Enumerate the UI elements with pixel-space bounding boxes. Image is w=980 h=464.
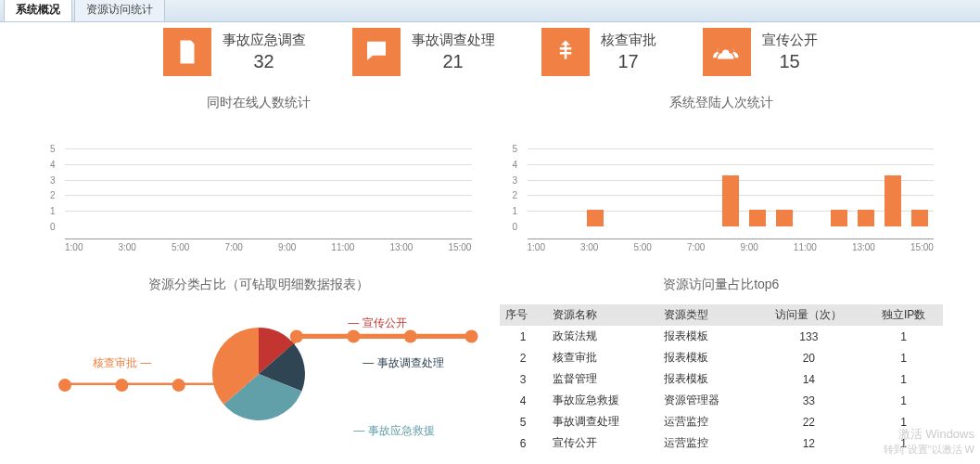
- col-name: 资源名称: [547, 304, 658, 326]
- chat-icon: [352, 28, 401, 76]
- cell-ips: 1: [864, 390, 943, 411]
- table-row[interactable]: 4事故应急救援资源管理器331: [500, 390, 944, 411]
- card-title: 事故调查处理: [412, 32, 495, 49]
- card-review-approval[interactable]: 核查审批 17: [541, 28, 656, 76]
- panel-login-count: 系统登陆人次统计 5 4 3 2 1 0: [500, 89, 944, 252]
- pie-label-handle: — 事故调查处理: [363, 355, 443, 371]
- pie-label-publicity: — 宣传公开: [348, 316, 406, 331]
- table-row[interactable]: 1政策法规报表模板1331: [500, 326, 944, 347]
- card-title: 事故应急调查: [223, 32, 306, 49]
- cell-visits: 33: [753, 390, 864, 411]
- cell-visits: 14: [753, 368, 864, 390]
- cell-name: 监督管理: [547, 368, 658, 390]
- cell-no: 4: [500, 390, 547, 411]
- cell-ips: 1: [864, 432, 943, 454]
- tab-system-overview[interactable]: 系统概况: [4, 0, 72, 21]
- cell-ips: 1: [864, 326, 943, 347]
- cell-type: 报表模板: [658, 326, 754, 347]
- cell-name: 核查审批: [547, 347, 658, 368]
- card-investigation-handle[interactable]: 事故调查处理 21: [352, 28, 495, 76]
- cell-ips: 1: [864, 347, 943, 368]
- card-publicity[interactable]: 宣传公开 15: [703, 28, 818, 76]
- table-row[interactable]: 5事故调查处理运营监控221: [500, 411, 944, 432]
- cell-visits: 22: [753, 411, 864, 432]
- cell-visits: 20: [753, 347, 864, 368]
- card-title: 宣传公开: [762, 32, 818, 49]
- card-value: 21: [412, 51, 495, 72]
- card-value: 17: [601, 51, 656, 72]
- card-value: 15: [762, 51, 818, 72]
- table-header-row: 序号 资源名称 资源类型 访问量（次） 独立IP数: [500, 304, 944, 326]
- tab-bar: 系统概况 资源访问统计: [0, 0, 980, 22]
- cell-no: 6: [500, 432, 547, 454]
- people-icon: [703, 28, 751, 76]
- cell-type: 资源管理器: [658, 390, 754, 411]
- document-icon: [163, 28, 211, 76]
- summary-cards: 事故应急调查 32 事故调查处理 21 核查审批 17 宣传公开 15: [0, 22, 980, 89]
- panel-title: 系统登陆人次统计: [500, 95, 944, 111]
- cell-type: 运营监控: [658, 432, 754, 454]
- money-icon: [541, 28, 590, 76]
- cell-ips: 1: [864, 411, 943, 432]
- cell-name: 政策法规: [547, 326, 658, 347]
- panel-title: 同时在线人数统计: [37, 95, 481, 111]
- cell-name: 宣传公开: [547, 432, 658, 454]
- table-row[interactable]: 3监督管理报表模板141: [500, 368, 944, 390]
- bar-series: [528, 141, 935, 226]
- login-bar-chart[interactable]: 5 4 3 2 1 0: [500, 122, 944, 252]
- cell-no: 3: [500, 368, 547, 390]
- col-type: 资源类型: [658, 304, 754, 326]
- col-no: 序号: [500, 304, 547, 326]
- cell-no: 1: [500, 326, 547, 347]
- cell-name: 事故调查处理: [547, 411, 658, 432]
- col-ips: 独立IP数: [864, 304, 943, 326]
- card-value: 32: [223, 51, 306, 72]
- panel-title: 资源访问量占比top6: [500, 277, 944, 293]
- cell-type: 报表模板: [658, 347, 754, 368]
- table-row[interactable]: 2核查审批报表模板201: [500, 347, 944, 368]
- cell-no: 5: [500, 411, 547, 432]
- cell-visits: 133: [753, 326, 864, 347]
- top6-table: 序号 资源名称 资源类型 访问量（次） 独立IP数 1政策法规报表模板13312…: [500, 304, 944, 454]
- cell-type: 运营监控: [658, 411, 754, 432]
- table-row[interactable]: 6宣传公开运营监控121: [500, 432, 944, 454]
- cell-ips: 1: [864, 368, 943, 390]
- pie-label-approval: 核查审批 —: [93, 355, 151, 371]
- cell-no: 2: [500, 347, 547, 368]
- cell-name: 事故应急救援: [547, 390, 658, 411]
- tab-resource-stats[interactable]: 资源访问统计: [74, 0, 165, 21]
- panel-online-users: 同时在线人数统计 5 4 3 2 1 0 1:00 3:00 5:00: [37, 89, 481, 252]
- card-title: 核查审批: [601, 32, 656, 49]
- panel-top6-table: 资源访问量占比top6 序号 资源名称 资源类型 访问量（次） 独立IP数 1政…: [500, 271, 944, 454]
- cell-visits: 12: [753, 432, 864, 454]
- pie-label-rescue: — 事故应急救援: [353, 423, 434, 439]
- online-line-chart[interactable]: 5 4 3 2 1 0 1:00 3:00 5:00 7:00 9:0: [37, 122, 481, 252]
- card-emergency-investigation[interactable]: 事故应急调查 32: [163, 28, 306, 76]
- resource-pie-chart[interactable]: — 宣传公开 — 事故调查处理 — 事故应急救援 核查审批 —: [37, 304, 481, 444]
- cell-type: 报表模板: [658, 368, 754, 390]
- col-visits: 访问量（次）: [753, 304, 864, 326]
